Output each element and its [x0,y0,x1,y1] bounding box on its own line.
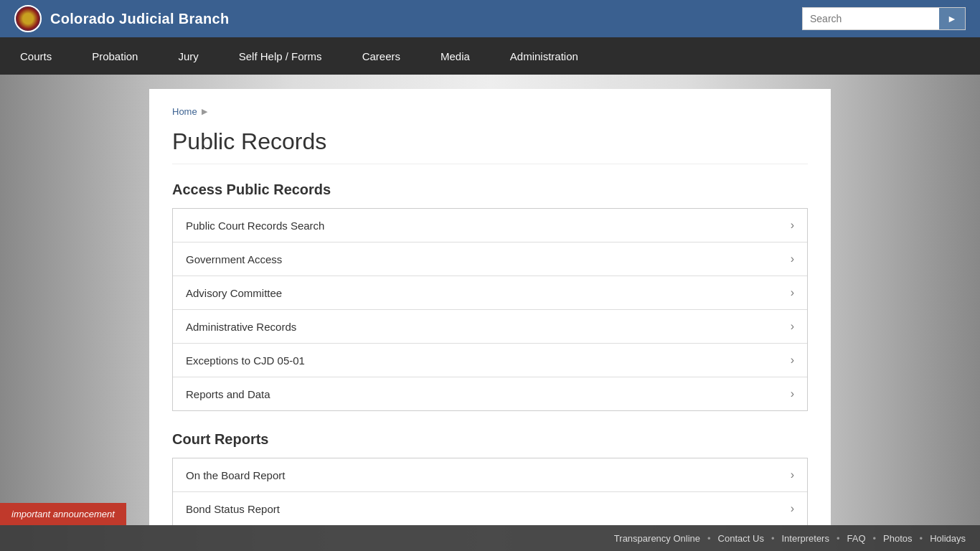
record-item-label: Reports and Data [186,388,270,400]
nav-administration[interactable]: Administration [490,37,598,75]
footer-holidays[interactable]: Holidays [930,533,966,544]
footer-sep-3: • [837,533,840,544]
search-input[interactable] [803,8,939,29]
record-item-label: Government Access [186,253,282,265]
nav-careers[interactable]: Careers [342,37,420,75]
record-item-label: On the Board Report [186,469,285,481]
main-nav: Courts Probation Jury Self Help / Forms … [0,37,980,75]
chevron-right-icon: › [791,354,794,367]
breadcrumb: Home ▶ [172,106,808,117]
record-item-label: Exceptions to CJD 05-01 [186,354,305,367]
nav-courts[interactable]: Courts [0,37,72,75]
chevron-right-icon: › [791,286,794,299]
footer-sep-5: • [920,533,923,544]
court-reports-list: On the Board Report › Bond Status Report… [172,458,808,525]
search-button[interactable]: ► [939,8,965,29]
site-footer: Transparency Online • Contact Us • Inter… [0,525,980,551]
section1-heading: Access Public Records [172,182,808,198]
footer-sep-4: • [873,533,877,544]
record-item-public-court[interactable]: Public Court Records Search › [173,209,807,242]
record-item-exceptions[interactable]: Exceptions to CJD 05-01 › [173,344,807,377]
footer-sep-1: • [707,533,711,544]
footer-sep-2: • [771,533,775,544]
record-item-advisory[interactable]: Advisory Committee › [173,276,807,310]
chevron-right-icon: › [791,253,794,265]
breadcrumb-home[interactable]: Home [172,106,197,117]
record-item-government[interactable]: Government Access › [173,242,807,276]
logo-group: Colorado Judicial Branch [14,5,229,32]
footer-transparency[interactable]: Transparency Online [614,533,700,544]
chevron-right-icon: › [791,219,794,232]
nav-media[interactable]: Media [420,37,490,75]
chevron-right-icon: › [791,320,794,333]
page-title: Public Records [172,128,808,164]
nav-self-help[interactable]: Self Help / Forms [219,37,342,75]
record-item-label: Public Court Records Search [186,220,324,232]
record-item-administrative[interactable]: Administrative Records › [173,310,807,344]
nav-jury[interactable]: Jury [158,37,218,75]
search-box: ► [802,7,966,30]
nav-probation[interactable]: Probation [72,37,158,75]
record-item-bond-report[interactable]: Bond Status Report › [173,492,807,525]
content-panel: Home ▶ Public Records Access Public Reco… [149,89,831,525]
footer-faq[interactable]: FAQ [847,533,866,544]
announcement-bar[interactable]: important announcement [0,503,126,525]
chevron-right-icon: › [791,387,794,400]
section2-heading: Court Reports [172,431,808,448]
record-item-label: Administrative Records [186,321,296,333]
site-title: Colorado Judicial Branch [50,11,229,27]
footer-interpreters[interactable]: Interpreters [781,533,829,544]
record-item-board-report[interactable]: On the Board Report › [173,458,807,492]
chevron-right-icon: › [791,468,794,481]
footer-links: Transparency Online • Contact Us • Inter… [614,533,966,544]
access-records-list: Public Court Records Search › Government… [172,208,808,411]
record-item-reports[interactable]: Reports and Data › [173,377,807,410]
chevron-right-icon: › [791,502,794,515]
logo-icon [14,5,42,32]
content-wrapper: Home ▶ Public Records Access Public Reco… [0,75,980,525]
record-item-label: Advisory Committee [186,287,282,299]
record-item-label: Bond Status Report [186,503,280,515]
footer-contact[interactable]: Contact Us [718,533,764,544]
footer-photos[interactable]: Photos [883,533,912,544]
breadcrumb-separator: ▶ [202,107,207,116]
site-header: Colorado Judicial Branch ► [0,0,980,37]
